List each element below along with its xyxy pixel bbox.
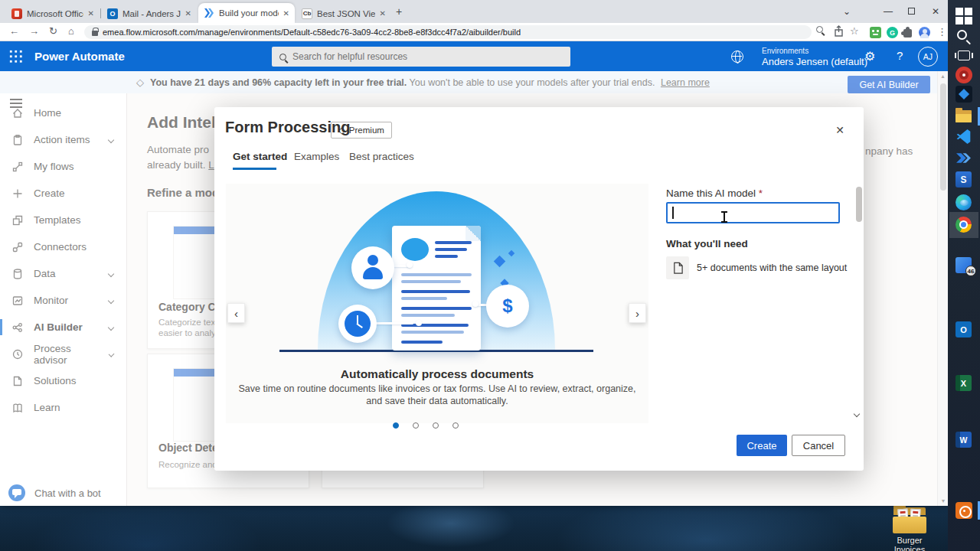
- tab-strip: Microsoft Office Home ✕ O Mail - Anders …: [0, 0, 948, 23]
- outlook-icon[interactable]: O: [956, 321, 972, 338]
- tab-examples[interactable]: Examples: [294, 151, 339, 162]
- requirement-text: 5+ documents with the same layout: [697, 262, 847, 273]
- environments-label: Environments: [762, 47, 808, 55]
- file-explorer-icon[interactable]: [956, 108, 972, 125]
- screen-capture-icon[interactable]: [956, 502, 972, 519]
- requirement-icon-box: [666, 256, 689, 279]
- tab-json-viewer[interactable]: Cb Best JSON Viewer and JSON Bea ✕: [296, 4, 391, 23]
- carousel-dot: [413, 422, 419, 429]
- text-caret: [672, 207, 674, 219]
- carousel-description: Save time on routine documents like invo…: [226, 383, 648, 407]
- waffle-menu-icon[interactable]: [8, 49, 22, 63]
- tab-office-home[interactable]: Microsoft Office Home ✕: [6, 4, 100, 23]
- model-name-input[interactable]: [668, 204, 838, 222]
- secure-lock-icon: [92, 31, 98, 36]
- active-tab-underline: [233, 168, 276, 170]
- json-formatter-extension-icon[interactable]: [870, 27, 881, 38]
- create-button[interactable]: Create: [737, 435, 787, 456]
- dollar-illustration-icon: $: [486, 285, 529, 328]
- environment-picker[interactable]: Anders Jensen (default): [762, 56, 867, 67]
- new-tab-button[interactable]: +: [396, 5, 402, 18]
- what-you-need-heading: What you'll need: [666, 238, 748, 249]
- environments-icon: [731, 51, 743, 63]
- settings-gear-icon[interactable]: ⚙: [864, 49, 875, 64]
- scroll-down-chevron-icon[interactable]: [854, 411, 860, 417]
- tab-separator: [100, 8, 101, 18]
- back-icon[interactable]: ←: [9, 25, 19, 37]
- folder-label: Burger Invoices: [885, 536, 934, 551]
- office-favicon: [11, 8, 22, 19]
- home-icon[interactable]: ⌂: [68, 25, 74, 37]
- window-close-icon[interactable]: ✕: [929, 6, 942, 17]
- search-input[interactable]: [292, 51, 563, 62]
- power-automate-icon[interactable]: [956, 150, 972, 167]
- required-asterisk: *: [759, 187, 763, 199]
- excel-icon[interactable]: X: [956, 375, 972, 392]
- intro-carousel: $ Automatically process documents Save t…: [226, 184, 648, 423]
- extensions-puzzle-icon[interactable]: [903, 29, 912, 37]
- power-automate-favicon: [204, 8, 214, 18]
- chrome-icon[interactable]: [956, 217, 972, 233]
- form-processing-dialog: Form Processing ◇ Premium ✕ Get started …: [214, 107, 864, 471]
- screen-recorder-icon[interactable]: [956, 67, 972, 83]
- taskbar: S 46 O X W: [948, 0, 980, 551]
- tab-get-started[interactable]: Get started: [233, 151, 287, 162]
- carousel-dots[interactable]: [393, 422, 459, 429]
- word-icon[interactable]: W: [956, 432, 972, 448]
- model-name-field[interactable]: [666, 202, 840, 223]
- share-icon[interactable]: [834, 25, 844, 40]
- tab-power-automate-active[interactable]: Build your models | Power Auton ✕: [198, 3, 295, 23]
- folder-icon: [893, 507, 926, 533]
- user-avatar[interactable]: AJ: [918, 47, 938, 67]
- start-button-icon[interactable]: [956, 8, 972, 24]
- tab-close-icon[interactable]: ✕: [185, 9, 191, 18]
- premium-diamond-icon: ◇: [338, 125, 345, 135]
- json-favicon: Cb: [302, 8, 312, 19]
- zoom-icon[interactable]: [816, 26, 823, 33]
- tab-best-practices[interactable]: Best practices: [349, 151, 414, 162]
- tab-search-icon[interactable]: ⌄: [841, 6, 853, 17]
- url-field[interactable]: emea.flow.microsoft.com/manage/environme…: [84, 25, 812, 39]
- header-search-box[interactable]: [272, 47, 570, 67]
- search-icon: [279, 54, 286, 60]
- tab-close-icon[interactable]: ✕: [88, 9, 94, 18]
- browser-window: Microsoft Office Home ✕ O Mail - Anders …: [0, 0, 948, 506]
- document-icon: [672, 262, 684, 275]
- tab-close-icon[interactable]: ✕: [380, 9, 386, 18]
- maximize-icon[interactable]: [908, 8, 915, 15]
- app-title: Power Automate: [34, 50, 125, 63]
- browser-profile-avatar[interactable]: [919, 27, 930, 38]
- tab-outlook-mail[interactable]: O Mail - Anders Jensen - Outlook ✕: [102, 4, 197, 23]
- carousel-dot: [433, 422, 439, 429]
- desktop-folder-burger-invoices[interactable]: Burger Invoices: [885, 507, 934, 551]
- taskbar-search-icon[interactable]: [956, 28, 972, 45]
- notification-badge: 46: [965, 266, 976, 276]
- carousel-prev-button[interactable]: ‹: [227, 303, 245, 323]
- sql-server-icon[interactable]: S: [956, 171, 972, 188]
- carousel-dot: [452, 422, 459, 429]
- cancel-button[interactable]: Cancel: [792, 435, 845, 456]
- vscode-icon[interactable]: [956, 129, 972, 145]
- illustration-document: [392, 226, 481, 350]
- reload-icon[interactable]: ↻: [49, 25, 57, 37]
- outlook-favicon: O: [107, 8, 118, 19]
- grammarly-extension-icon[interactable]: G: [887, 27, 898, 38]
- browser-menu-icon[interactable]: ⋮: [937, 26, 947, 37]
- mail-app-icon[interactable]: 46: [956, 257, 972, 274]
- premium-badge: ◇ Premium: [331, 122, 392, 139]
- forward-icon[interactable]: →: [29, 25, 39, 37]
- dialog-close-icon[interactable]: ✕: [832, 122, 848, 138]
- carousel-next-button[interactable]: ›: [629, 303, 646, 323]
- carousel-dot-active: [393, 422, 399, 429]
- bookmark-star-icon[interactable]: ☆: [850, 25, 859, 37]
- camtasia-icon[interactable]: [956, 86, 972, 103]
- task-view-icon[interactable]: [956, 47, 972, 64]
- clock-illustration-icon: [338, 305, 377, 343]
- modal-scrollbar-thumb[interactable]: [856, 187, 862, 222]
- model-name-label: Name this AI model *: [666, 187, 763, 199]
- help-icon[interactable]: ?: [897, 49, 903, 62]
- tab-close-icon[interactable]: ✕: [283, 9, 289, 18]
- edge-icon[interactable]: [956, 194, 972, 211]
- carousel-heading: Automatically process documents: [226, 367, 648, 381]
- minimize-icon[interactable]: —: [882, 6, 894, 17]
